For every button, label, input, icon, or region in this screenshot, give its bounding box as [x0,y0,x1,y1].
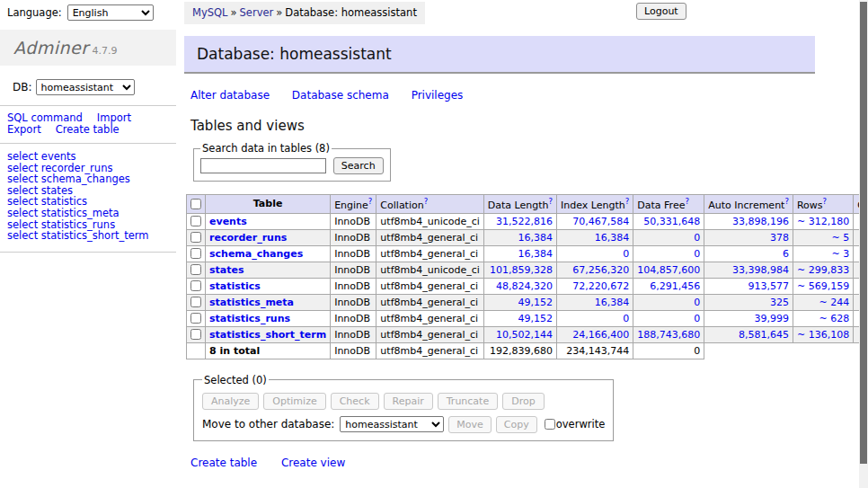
db-select[interactable]: homeassistant [36,79,135,95]
index-length-link[interactable]: 16,384 [561,297,629,308]
row-checkbox[interactable] [190,248,201,259]
row-checkbox[interactable] [190,329,201,340]
data-length-link[interactable]: 48,824,320 [488,280,553,292]
index-length-link[interactable]: 70,467,584 [561,216,629,227]
row-checkbox[interactable] [190,297,201,307]
auto-increment-link[interactable]: 325 [708,297,789,308]
data-length-link[interactable]: 31,522,816 [488,216,553,227]
privileges-link[interactable]: Privileges [412,89,464,102]
table-link-statistics_meta[interactable]: statistics_meta [209,297,294,308]
sidebar-item-select-events[interactable]: select events [7,151,176,163]
logout-button[interactable]: Logout [636,3,686,20]
auto-increment-link[interactable]: 8,581,645 [708,329,789,341]
vertical-scrollbar[interactable] [859,0,868,488]
select-all-checkbox[interactable] [190,199,201,209]
search-input[interactable] [200,158,326,173]
index-length-link[interactable]: 0 [561,313,629,324]
copy-button[interactable]: Copy [496,416,537,433]
rows-count-link[interactable]: ~ 244 [797,297,849,308]
index-length-link[interactable]: 24,166,400 [561,329,629,341]
optimize-button[interactable]: Optimize [263,393,325,410]
auto-increment-link[interactable]: 39,999 [708,313,789,324]
data-length-link[interactable]: 101,859,328 [488,264,553,276]
auto-increment-link[interactable]: 378 [708,232,789,244]
table-link-statistics_runs[interactable]: statistics_runs [209,313,290,324]
scrollbar-thumb[interactable] [860,2,867,464]
sidebar-item-select-schema_changes[interactable]: select schema_changes [7,173,176,185]
table-link-states[interactable]: states [209,264,244,276]
data-free-link[interactable]: 6,291,456 [637,280,700,292]
rows-count-link[interactable]: ~ 5 [797,232,849,244]
row-checkbox-cell [187,262,206,278]
help-link[interactable]: ? [784,197,789,206]
sidebar-item-select-statistics_meta[interactable]: select statistics_meta [7,208,176,219]
auto-increment-link[interactable]: 6 [708,248,789,260]
auto-increment-link[interactable]: 913,577 [708,280,789,292]
help-link[interactable]: ? [549,197,554,206]
sidebar-import-link[interactable]: Import [97,111,131,124]
row-checkbox[interactable] [190,216,201,226]
collation-cell: utf8mb4_unicode_ci [376,262,483,278]
truncate-button[interactable]: Truncate [438,393,498,410]
db-label: DB: [13,81,32,93]
table-link-recorder_runs[interactable]: recorder_runs [209,232,287,244]
index-length-link[interactable]: 72,220,672 [561,280,629,292]
move-button[interactable]: Move [448,416,492,433]
overwrite-checkbox[interactable] [545,419,555,430]
rows-count-link[interactable]: ~ 299,833 [797,264,849,276]
rows-count-link[interactable]: ~ 569,159 [797,280,849,292]
sidebar-item-select-statistics_short_term[interactable]: select statistics_short_term [7,230,176,242]
help-link[interactable]: ? [625,197,630,206]
create-view-link[interactable]: Create view [281,457,345,469]
rows-count-link[interactable]: ~ 628 [797,313,849,324]
data-free-link[interactable]: 50,331,648 [637,216,700,227]
data-free-link[interactable]: 0 [637,313,700,324]
app-version: 4.7.9 [92,45,117,57]
data-length-link[interactable]: 16,384 [488,232,553,244]
help-link[interactable]: ? [685,197,689,206]
table-link-schema_changes[interactable]: schema_changes [209,248,303,260]
auto-increment-link[interactable]: 33,398,984 [708,264,789,276]
data-free-link[interactable]: 0 [637,232,700,244]
index-length-link[interactable]: 16,384 [561,232,629,244]
check-button[interactable]: Check [331,393,379,410]
move-db-select[interactable]: homeassistant [340,416,444,432]
help-link[interactable]: ? [823,197,828,206]
language-select[interactable]: English [67,4,154,21]
data-free-link[interactable]: 0 [637,248,700,260]
breadcrumb-server-link[interactable]: Server [240,6,274,19]
row-checkbox[interactable] [190,264,201,275]
repair-button[interactable]: Repair [384,393,433,410]
table-link-statistics[interactable]: statistics [209,280,261,292]
table-link-events[interactable]: events [209,216,247,227]
data-length-link[interactable]: 49,152 [488,297,553,308]
row-checkbox[interactable] [190,313,201,324]
database-schema-link[interactable]: Database schema [292,89,389,102]
row-checkbox[interactable] [190,280,201,291]
analyze-button[interactable]: Analyze [202,393,259,410]
sidebar-sql-command-link[interactable]: SQL command [7,111,83,124]
rows-count-link[interactable]: ~ 136,108 [797,329,849,341]
data-length-link[interactable]: 49,152 [488,313,553,324]
data-length-link[interactable]: 16,384 [488,248,553,260]
index-length-link[interactable]: 67,256,320 [561,264,629,276]
data-free-link[interactable]: 0 [637,297,700,308]
help-link[interactable]: ? [368,197,373,206]
sidebar-create-table-link[interactable]: Create table [56,123,120,136]
data-free-link[interactable]: 188,743,680 [637,329,700,341]
help-link[interactable]: ? [424,197,429,206]
sidebar-export-link[interactable]: Export [7,123,41,136]
row-checkbox[interactable] [190,232,201,243]
alter-database-link[interactable]: Alter database [190,89,270,102]
drop-button[interactable]: Drop [502,393,544,410]
data-length-link[interactable]: 10,502,144 [488,329,553,341]
rows-count-link[interactable]: ~ 312,180 [797,216,849,227]
data-free-link[interactable]: 104,857,600 [637,264,700,276]
auto-increment-link[interactable]: 33,898,196 [708,216,789,227]
table-link-statistics_short_term[interactable]: statistics_short_term [209,329,326,341]
search-button[interactable]: Search [333,157,384,174]
index-length-link[interactable]: 0 [561,248,629,260]
rows-count-link[interactable]: ~ 3 [797,248,849,260]
breadcrumb-mysql-link[interactable]: MySQL [192,6,228,19]
create-table-link[interactable]: Create table [190,457,257,469]
